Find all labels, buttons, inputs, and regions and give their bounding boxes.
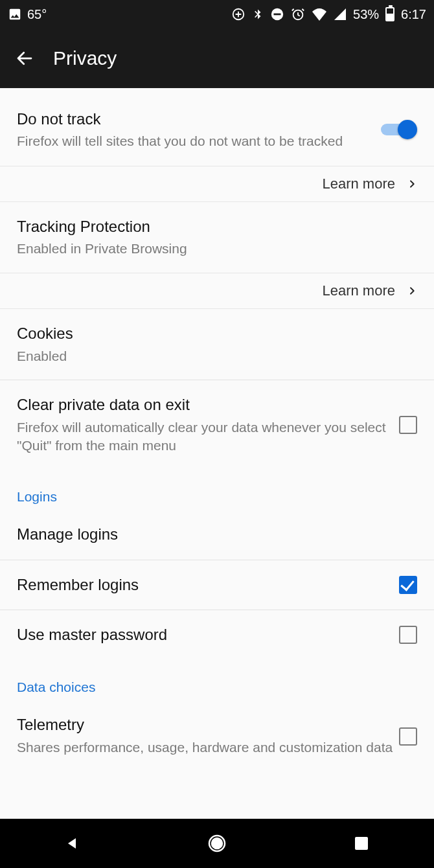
setting-title: Cookies [17, 323, 417, 344]
status-bar: 65° 53% 6:17 [0, 0, 434, 29]
setting-title: Tracking Protection [17, 216, 417, 237]
page-title: Privacy [53, 47, 117, 69]
update-icon [231, 7, 246, 21]
alarm-icon [291, 7, 305, 21]
do-not-disturb-icon [270, 7, 284, 21]
setting-do-not-track[interactable]: Do not track Firefox will tell sites tha… [0, 95, 434, 166]
clear-on-exit-checkbox[interactable] [399, 416, 417, 434]
telemetry-checkbox[interactable] [399, 727, 417, 746]
setting-subtitle: Firefox will tell sites that you do not … [17, 132, 381, 150]
setting-subtitle: Firefox will automatically clear your da… [17, 418, 399, 455]
setting-use-master-password[interactable]: Use master password [0, 610, 434, 660]
setting-clear-private-data-on-exit[interactable]: Clear private data on exit Firefox will … [0, 380, 434, 470]
svg-rect-2 [274, 14, 281, 16]
battery-icon [385, 7, 394, 21]
svg-point-5 [212, 838, 222, 849]
svg-rect-6 [355, 837, 368, 850]
setting-title: Telemetry [17, 714, 399, 735]
setting-subtitle: Enabled in Private Browsing [17, 240, 417, 258]
learn-more-label: Learn more [322, 176, 395, 192]
nav-recents-button[interactable] [348, 830, 374, 856]
learn-more-tracking-protection[interactable]: Learn more [0, 273, 434, 309]
navigation-bar [0, 819, 434, 868]
setting-title: Clear private data on exit [17, 394, 399, 415]
image-icon [8, 7, 22, 21]
setting-title: Manage logins [17, 524, 417, 545]
status-battery-pct: 53% [353, 7, 379, 22]
back-button[interactable] [14, 48, 35, 69]
status-temperature: 65° [27, 7, 47, 22]
section-header-logins: Logins [0, 470, 434, 510]
learn-more-label: Learn more [322, 282, 395, 299]
chevron-right-icon [407, 176, 417, 192]
setting-tracking-protection[interactable]: Tracking Protection Enabled in Private B… [0, 202, 434, 273]
cell-signal-icon [334, 8, 347, 21]
learn-more-do-not-track[interactable]: Learn more [0, 166, 434, 202]
setting-title: Do not track [17, 109, 381, 130]
setting-remember-logins[interactable]: Remember logins [0, 560, 434, 610]
setting-telemetry[interactable]: Telemetry Shares performance, usage, har… [0, 700, 434, 758]
nav-home-button[interactable] [204, 830, 230, 856]
bluetooth-icon [252, 7, 264, 21]
setting-subtitle: Shares performance, usage, hardware and … [17, 738, 399, 758]
setting-manage-logins[interactable]: Manage logins [0, 510, 434, 560]
setting-cookies[interactable]: Cookies Enabled [0, 309, 434, 380]
section-header-data-choices: Data choices [0, 660, 434, 700]
remember-logins-checkbox[interactable] [399, 576, 417, 594]
status-time: 6:17 [401, 7, 426, 22]
nav-back-button[interactable] [60, 830, 86, 856]
app-bar: Privacy [0, 29, 434, 88]
setting-title: Remember logins [17, 575, 399, 595]
chevron-right-icon [407, 283, 417, 299]
wifi-icon [312, 8, 327, 21]
settings-list: Do not track Firefox will tell sites tha… [0, 88, 434, 819]
do-not-track-toggle[interactable] [381, 120, 417, 139]
master-password-checkbox[interactable] [399, 626, 417, 644]
setting-title: Use master password [17, 624, 399, 645]
setting-subtitle: Enabled [17, 347, 417, 365]
